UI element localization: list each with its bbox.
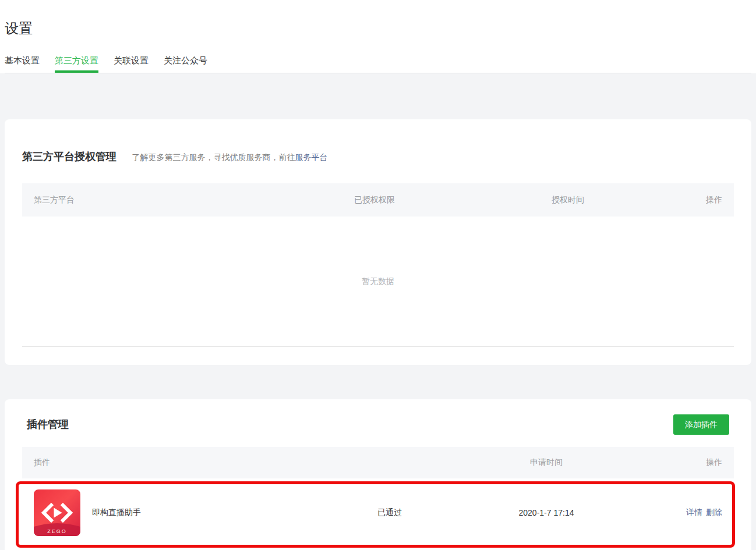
auth-card-head: 第三方平台授权管理 了解更多第三方服务，寻找优质服务商，前往服务平台 [22, 150, 734, 164]
auth-table-header: 第三方平台 已授权权限 授权时间 操作 [22, 183, 734, 217]
tab-basic-settings[interactable]: 基本设置 [5, 56, 40, 73]
plugin-cell: ZEGO 即构直播助手 [34, 489, 377, 536]
plugin-name: 即构直播助手 [92, 508, 141, 518]
plugin-col-apply-time: 申请时间 [482, 457, 610, 468]
auth-management-card: 第三方平台授权管理 了解更多第三方服务，寻找优质服务商，前往服务平台 第三方平台… [5, 119, 751, 365]
plugin-management-card: 插件管理 添加插件 插件 申请时间 操作 [5, 399, 751, 550]
tabs-bar: 基本设置 第三方设置 关联设置 关注公众号 [5, 56, 751, 73]
auth-col-permissions: 已授权权限 [354, 195, 552, 205]
detail-link[interactable]: 详情 [686, 508, 702, 517]
auth-card-title: 第三方平台授权管理 [22, 151, 116, 162]
plugin-col-actions: 操作 [610, 457, 722, 468]
plugin-apply-time: 2020-1-7 17:14 [482, 508, 610, 517]
auth-card-divider [22, 346, 734, 347]
auth-col-actions: 操作 [676, 195, 722, 205]
plugin-card-title: 插件管理 [27, 417, 69, 432]
auth-col-platform: 第三方平台 [34, 195, 354, 205]
settings-content: 第三方平台授权管理 了解更多第三方服务，寻找优质服务商，前往服务平台 第三方平台… [0, 73, 756, 550]
plugin-col-plugin: 插件 [34, 457, 377, 468]
page-title: 设置 [5, 20, 751, 37]
plugin-table-row[interactable]: ZEGO 即构直播助手 已通过 2020-1-7 17:14 详情删除 [22, 478, 734, 547]
auth-card-hint: 了解更多第三方服务，寻找优质服务商，前往服务平台 [132, 152, 327, 162]
svg-text:ZEGO: ZEGO [47, 528, 67, 534]
plugin-card-head: 插件管理 添加插件 [5, 414, 751, 435]
settings-header: 设置 基本设置 第三方设置 关联设置 关注公众号 [0, 0, 756, 73]
tab-follow-official-account[interactable]: 关注公众号 [164, 56, 207, 73]
empty-state: 暂无数据 [22, 217, 734, 346]
plugin-actions: 详情删除 [610, 508, 722, 518]
auth-hint-text: 了解更多第三方服务，寻找优质服务商，前往 [132, 152, 295, 162]
delete-link[interactable]: 删除 [706, 508, 722, 517]
tab-third-party-settings[interactable]: 第三方设置 [55, 56, 98, 73]
tab-association-settings[interactable]: 关联设置 [114, 56, 149, 73]
add-plugin-button[interactable]: 添加插件 [673, 414, 729, 435]
zego-plugin-icon: ZEGO [34, 489, 80, 536]
auth-col-time: 授权时间 [552, 195, 676, 205]
plugin-status: 已通过 [377, 508, 482, 518]
service-platform-link[interactable]: 服务平台 [295, 152, 327, 162]
plugin-table-header: 插件 申请时间 操作 [22, 447, 734, 478]
